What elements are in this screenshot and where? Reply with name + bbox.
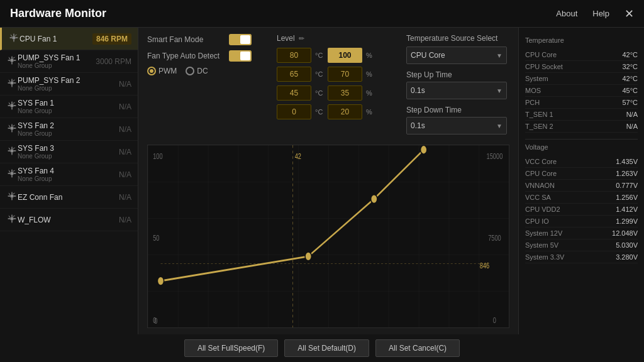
svg-point-4 [10, 126, 13, 129]
item-na: N/A [119, 170, 131, 179]
temp-label-0: CPU Core [525, 51, 557, 58]
level-pct-input-2[interactable] [328, 85, 362, 101]
sidebar-item-w_flow[interactable]: W_FLOWN/A [0, 209, 138, 231]
default-button[interactable]: All Set Default(D) [284, 339, 369, 357]
voltage-row-7: System 5V 5.030V [525, 239, 638, 251]
item-name: SYS Fan 3 [18, 144, 119, 153]
volt-label-0: VCC Core [525, 158, 557, 165]
temp-value-2: 42°C [622, 75, 638, 82]
smart-fan-toggle[interactable] [229, 34, 252, 45]
about-button[interactable]: About [556, 9, 577, 18]
level-temp-input-1[interactable] [277, 67, 311, 82]
volt-value-7: 5.030V [616, 241, 638, 249]
svg-rect-10 [148, 145, 509, 327]
step-down-label: Step Down Time [406, 106, 513, 114]
sidebar-item-ez-conn-fan[interactable]: EZ Conn FanN/A [0, 186, 138, 209]
level-pct-input-3[interactable] [328, 104, 362, 119]
cancel-button[interactable]: All Set Cancel(C) [375, 339, 460, 357]
full-speed-button[interactable]: All Set FullSpeed(F) [184, 339, 278, 357]
pct-unit-0: % [366, 52, 375, 59]
svg-point-17 [157, 277, 164, 286]
step-up-select[interactable]: 0.1s ▼ [406, 82, 507, 99]
svg-point-2 [10, 81, 13, 84]
level-temp-input-0[interactable] [277, 48, 311, 63]
fan-icon [6, 190, 18, 204]
temp-label-5: T_SEN 1 [525, 111, 553, 118]
fan-chart: 15000 7500 0 0 °C RPM [148, 145, 509, 327]
fan-icon [6, 77, 18, 90]
item-info: SYS Fan 2None Group [18, 121, 119, 137]
pwm-option[interactable]: PWM [147, 67, 177, 75]
temp-label-1: CPU Socket [525, 63, 563, 70]
sidebar-item-sys-fan-1[interactable]: SYS Fan 1None GroupN/A [0, 96, 138, 118]
item-na: N/A [119, 193, 131, 202]
smart-fan-label: Smart Fan Mode [147, 35, 223, 44]
fan-type-row: Fan Type Auto Detect [147, 50, 252, 62]
voltage-row-2: VNNAON 0.777V [525, 180, 638, 192]
temp-label-2: System [525, 75, 548, 82]
svg-point-18 [305, 252, 311, 261]
level-header: Level ✏ [277, 34, 375, 43]
close-button[interactable]: ✕ [625, 7, 634, 21]
fan-type-toggle[interactable] [229, 50, 252, 62]
fan-type-label: Fan Type Auto Detect [147, 52, 223, 60]
edit-icon[interactable]: ✏ [299, 35, 304, 43]
svg-text:7500: 7500 [488, 234, 501, 243]
item-group: None Group [18, 85, 119, 92]
sidebar-item-pump_sys-fan-1[interactable]: PUMP_SYS Fan 1None Group3000 RPM [0, 50, 138, 73]
volt-value-3: 1.256V [616, 194, 638, 201]
item-group: None Group [18, 153, 119, 160]
level-pct-input-1[interactable] [328, 67, 362, 82]
temp-source-value: CPU Core [411, 51, 445, 60]
sidebar-item-sys-fan-4[interactable]: SYS Fan 4None GroupN/A [0, 163, 138, 186]
item-name: SYS Fan 2 [18, 121, 119, 130]
temp-source-select[interactable]: CPU Core ▼ [406, 47, 507, 64]
item-name: PUMP_SYS Fan 1 [18, 53, 96, 62]
pct-unit-1: % [366, 70, 375, 78]
sidebar-item-pump_sys-fan-2[interactable]: PUMP_SYS Fan 2None GroupN/A [0, 73, 138, 96]
section-divider [525, 139, 638, 140]
pwm-radio[interactable] [147, 67, 156, 75]
temperature-row-3: MOS 45°C [525, 85, 638, 97]
svg-point-1 [10, 58, 13, 62]
pwm-dc-group: PWM DC [147, 67, 208, 75]
dc-option[interactable]: DC [186, 67, 208, 75]
item-name: PUMP_SYS Fan 2 [18, 76, 119, 85]
item-info: SYS Fan 3None Group [18, 144, 119, 160]
svg-point-6 [10, 172, 13, 175]
temp-unit-2: °C [315, 89, 324, 97]
svg-text:50: 50 [153, 234, 159, 243]
fan-icon [6, 168, 18, 181]
level-row-0: °C100% [277, 48, 375, 63]
item-na: N/A [119, 125, 131, 134]
item-info: CPU Fan 1 [19, 35, 92, 43]
temp-value-6: N/A [626, 123, 638, 130]
chart-container: 15000 7500 0 0 °C RPM [147, 145, 509, 328]
sidebar-item-cpu-fan-1[interactable]: CPU Fan 1846 RPM [0, 28, 138, 50]
step-up-chevron-icon: ▼ [496, 87, 502, 94]
item-info: W_FLOW [18, 216, 119, 224]
sidebar-item-sys-fan-3[interactable]: SYS Fan 3None GroupN/A [0, 141, 138, 163]
item-na: 3000 RPM [96, 57, 131, 66]
chevron-down-icon: ▼ [496, 52, 502, 59]
dc-radio[interactable] [186, 67, 194, 75]
volt-label-7: System 5V [525, 241, 558, 249]
svg-point-5 [10, 149, 13, 152]
step-down-select[interactable]: 0.1s ▼ [406, 117, 507, 134]
item-name: W_FLOW [18, 216, 119, 224]
svg-text:100: 100 [153, 151, 162, 160]
help-button[interactable]: Help [592, 9, 609, 18]
level-temp-input-3[interactable] [277, 104, 311, 119]
title-bar: Hardware Monitor About Help ✕ [0, 0, 644, 28]
level-temp-input-2[interactable] [277, 85, 311, 101]
title-bar-controls: About Help ✕ [556, 7, 634, 21]
dc-label: DC [197, 67, 208, 75]
svg-text:0: 0 [493, 315, 496, 324]
volt-label-1: CPU Core [525, 170, 557, 177]
voltage-row-8: System 3.3V 3.280V [525, 251, 638, 263]
temperature-row-0: CPU Core 42°C [525, 49, 638, 61]
level-row-3: °C% [277, 104, 375, 119]
temperature-row-2: System 42°C [525, 73, 638, 85]
svg-point-0 [12, 36, 15, 39]
sidebar-item-sys-fan-2[interactable]: SYS Fan 2None GroupN/A [0, 118, 138, 141]
